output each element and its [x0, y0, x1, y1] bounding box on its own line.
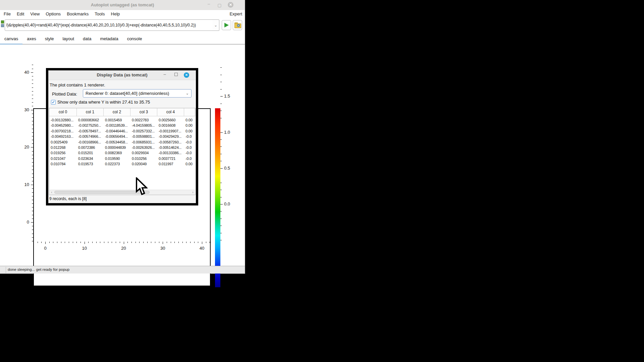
- y-minor-tick: [32, 102, 33, 103]
- tab-axes[interactable]: axes: [22, 34, 40, 44]
- column-header: col 3: [130, 108, 157, 116]
- table-cell: -0.0: [184, 139, 195, 145]
- menu-view[interactable]: View: [27, 10, 43, 16]
- uri-dropdown-button[interactable]: ⌄: [212, 19, 219, 31]
- table-cell: 0.0025409: [49, 139, 77, 145]
- y-minor-tick: [32, 106, 33, 106]
- tab-metadata[interactable]: metadata: [96, 34, 122, 44]
- uri-input[interactable]: [5, 20, 215, 31]
- colorbar-minor-tick: [220, 219, 222, 219]
- colorbar-minor-tick: [220, 118, 222, 118]
- table-cell: -0.00118539...: [104, 123, 130, 128]
- plot-go-button[interactable]: [222, 20, 231, 30]
- table-cell: -0.0: [184, 150, 195, 156]
- colorbar-tick-label: 1.0: [224, 130, 235, 135]
- table-cell: -0.00578497...: [77, 128, 104, 134]
- menu-edit[interactable]: Edit: [14, 10, 27, 16]
- y-major-tick: [31, 185, 33, 185]
- tab-data[interactable]: data: [78, 34, 96, 44]
- table-cell: -0.00700218...: [49, 128, 77, 134]
- table-cell: -0.00598801...: [130, 134, 157, 139]
- menu-tools[interactable]: Tools: [92, 10, 108, 16]
- data-table[interactable]: col 0col 1col 2col 3col 4 -0.00132880...…: [49, 108, 196, 195]
- table-row[interactable]: -0.00492163...-0.00574966...-0.00656494.…: [49, 134, 195, 139]
- colorbar-minor-tick: [220, 240, 222, 240]
- colorbar-minor-tick: [220, 233, 222, 233]
- colorbar-minor-tick: [220, 104, 222, 104]
- table-row[interactable]: 0.0122680.00723860.000044839-0.00263926.…: [49, 145, 195, 150]
- tab-console[interactable]: console: [123, 34, 147, 44]
- table-cell: -0.0: [184, 134, 195, 139]
- table-cell: 0.0072386: [77, 145, 104, 150]
- colorbar-major-tick: [220, 96, 223, 97]
- table-row[interactable]: -0.00452980...-0.00275250...-0.00118539.…: [49, 123, 195, 128]
- uri-input-box[interactable]: [5, 19, 213, 31]
- table-row[interactable]: -0.00132880...0.0000836620.00154590.0022…: [49, 117, 195, 123]
- menu-options[interactable]: Options: [43, 10, 64, 16]
- y-minor-tick: [32, 65, 33, 65]
- y-filter-checkbox[interactable]: ✓: [51, 100, 56, 105]
- table-cell: 0.00: [184, 128, 195, 134]
- table-cell: -0.00275250...: [77, 123, 104, 128]
- y-minor-tick: [32, 95, 33, 95]
- window-minimize-button[interactable]: –: [206, 1, 211, 6]
- column-header: [184, 108, 195, 116]
- table-cell: 0.010784: [49, 161, 77, 167]
- table-cell: 0.023634: [77, 156, 104, 161]
- y-filter-label: Show only data where Y is within 27.41 t…: [57, 100, 150, 105]
- play-icon: [224, 23, 229, 27]
- table-cell: -0.00492163...: [49, 134, 77, 139]
- table-cell: 0.019590: [104, 156, 130, 161]
- tab-style[interactable]: style: [41, 34, 58, 44]
- dialog-close-button[interactable]: ✕: [184, 72, 189, 78]
- plotted-data-label: Plotted Data:: [52, 92, 77, 97]
- table-row[interactable]: -0.00700218...-0.00578497...-0.00446446.…: [49, 128, 195, 134]
- tab-layout[interactable]: layout: [58, 34, 78, 44]
- table-row[interactable]: 0.0025409-0.00168966...-0.00534458...-0.…: [49, 139, 195, 145]
- table-cell: 0.0029934: [130, 150, 157, 156]
- table-cell: -0.0: [184, 156, 195, 161]
- table-row[interactable]: 0.0210470.0236340.0195900.0102560.003772…: [49, 156, 195, 161]
- table-cell: -0.00452980...: [49, 123, 77, 128]
- table-cell: -0.00257332...: [130, 128, 157, 134]
- window-titlebar[interactable]: Autoplot untagged (as tomcat) – ▢ ✕: [0, 0, 245, 10]
- y-major-tick: [31, 222, 33, 223]
- renderer-count-text: The plot contains 1 renderer.: [50, 82, 105, 87]
- tab-canvas[interactable]: canvas: [0, 34, 22, 45]
- y-major-tick: [31, 72, 33, 73]
- table-cell: 0.010256: [130, 156, 157, 161]
- window-maximize-button[interactable]: ▢: [217, 3, 222, 8]
- colorbar-minor-tick: [220, 75, 222, 75]
- scroll-left-arrow[interactable]: ‹: [50, 190, 54, 194]
- menubar: FileEditViewOptionsBookmarksToolsHelp Ex…: [0, 10, 245, 18]
- window-close-button[interactable]: ✕: [228, 2, 233, 8]
- y-tick-label: 30: [19, 107, 29, 112]
- scroll-right-arrow[interactable]: ›: [191, 190, 195, 194]
- y-major-tick: [31, 110, 33, 110]
- dialog-titlebar[interactable]: Display Data (as tomcat) – ✕: [48, 70, 196, 80]
- menu-file[interactable]: File: [1, 10, 14, 16]
- horizontal-scrollbar[interactable]: ‹ ›: [50, 190, 195, 195]
- colorbar[interactable]: [215, 108, 220, 287]
- expert-menu[interactable]: Expert: [229, 11, 242, 16]
- colorbar-minor-tick: [220, 154, 222, 154]
- colorbar-minor-tick: [220, 197, 222, 197]
- dialog-minimize-button[interactable]: –: [162, 72, 167, 77]
- status-message: done sleeping... get ready for popup: [8, 267, 69, 272]
- y-minor-tick: [32, 83, 33, 84]
- menu-bookmarks[interactable]: Bookmarks: [64, 10, 92, 16]
- table-cell: 0.019256: [49, 150, 77, 156]
- open-file-button[interactable]: [233, 20, 242, 30]
- table-row[interactable]: 0.0192560.0152010.00823690.0029934-0.001…: [49, 150, 195, 156]
- colorbar-minor-tick: [220, 89, 222, 89]
- uri-toolbar: ⌄: [0, 18, 245, 32]
- colorbar-minor-tick: [220, 67, 222, 68]
- table-row[interactable]: 0.0107840.0195730.0223730.0200490.011997…: [49, 161, 195, 167]
- menu-help[interactable]: Help: [108, 10, 123, 16]
- chevron-down-icon: ⌄: [186, 89, 189, 97]
- display-data-dialog: Display Data (as tomcat) – ✕ The plot co…: [46, 68, 198, 205]
- plotted-data-combobox[interactable]: Renderer 0: dataset[40,40] (dimensionles…: [83, 89, 192, 98]
- table-cell: 0.0037721: [157, 156, 184, 161]
- column-header: col 2: [104, 108, 130, 116]
- dialog-maximize-button[interactable]: [174, 73, 178, 76]
